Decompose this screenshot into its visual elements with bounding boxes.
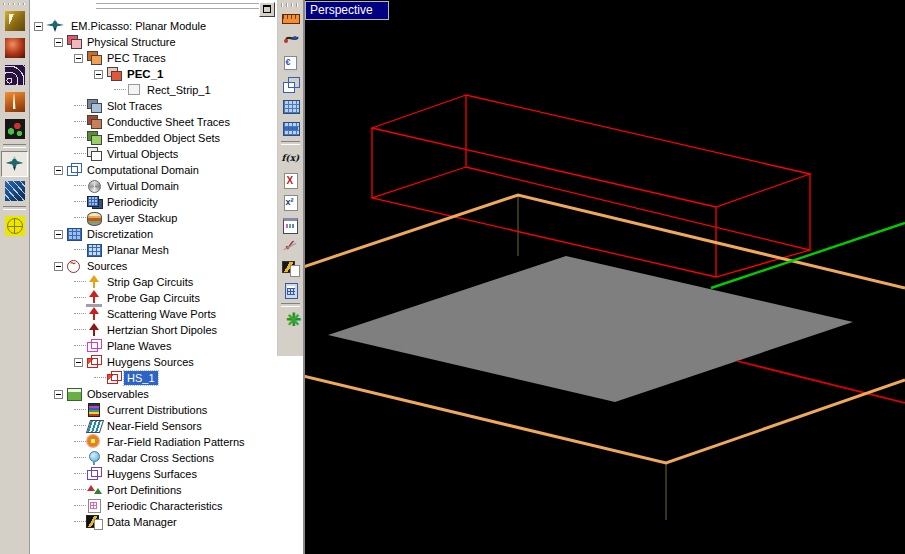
tree-item-label: Virtual Domain <box>104 179 182 193</box>
module-gold-icon <box>5 11 25 31</box>
mesh-settings-button[interactable] <box>279 118 302 139</box>
tree-item-port-definitions[interactable]: Port Definitions <box>32 482 276 498</box>
module-molecules-button[interactable] <box>1 116 28 142</box>
module-orange-antenna-button[interactable] <box>1 89 28 115</box>
module-gold-button[interactable] <box>1 8 28 34</box>
toolbar-separator <box>3 206 26 210</box>
tree-item-domain[interactable]: Computational Domain <box>32 162 276 178</box>
tree-item-label: Far-Field Radiation Patterns <box>104 435 248 449</box>
tree-item-embedded-objects[interactable]: Embedded Object Sets <box>32 130 276 146</box>
tree-item-label: PEC Traces <box>104 51 169 65</box>
tree-item-discretization[interactable]: Discretization <box>32 226 276 242</box>
expander-minus-icon[interactable] <box>54 262 63 271</box>
frequency-button[interactable] <box>279 30 302 51</box>
tree-maximize-button[interactable] <box>259 2 275 17</box>
tree-item-sources[interactable]: Sources <box>32 258 276 274</box>
tree-item-label: Probe Gap Circuits <box>104 291 203 305</box>
project-tree: EM.Picasso: Planar ModulePhysical Struct… <box>32 18 276 552</box>
tree-connector <box>74 201 86 203</box>
tree-item-far-field[interactable]: Far-Field Radiation Patterns <box>32 434 276 450</box>
toolbar-separator <box>281 141 300 145</box>
tree-item-wave-ports[interactable]: Scattering Wave Ports <box>32 306 276 322</box>
output-window-button[interactable] <box>279 214 302 235</box>
module-toolbar <box>0 0 30 554</box>
tree-item-conductive-traces[interactable]: Conductive Sheet Traces <box>32 114 276 130</box>
fx-button[interactable] <box>279 148 302 169</box>
tree-item-strip-gap[interactable]: Strip Gap Circuits <box>32 274 276 290</box>
module-blue-rays-icon <box>5 181 25 201</box>
tree-item-huygens-sources[interactable]: Huygens Sources <box>32 354 276 370</box>
data-manager-icon <box>86 515 102 529</box>
side-toolbar-strip <box>277 0 303 554</box>
expander-minus-icon[interactable] <box>54 390 63 399</box>
tree-item-layer-stackup[interactable]: Layer Stackup <box>32 210 276 226</box>
tree-item-slot-traces[interactable]: Slot Traces <box>32 98 276 114</box>
tree-item-huygens-item[interactable]: HS_1 <box>32 370 276 386</box>
tree-item-periodicity[interactable]: Periodicity <box>32 194 276 210</box>
slot-traces-icon <box>86 99 102 113</box>
module-red-sphere-button[interactable] <box>1 35 28 61</box>
expander-minus-icon[interactable] <box>94 70 103 79</box>
tree-item-rect-strip[interactable]: Rect_Strip_1 <box>32 82 276 98</box>
3d-viewport[interactable]: Perspective <box>303 0 905 554</box>
expander-minus-icon[interactable] <box>54 230 63 239</box>
run-simulation-button[interactable] <box>279 310 302 331</box>
tree-item-probe-gap[interactable]: Probe Gap Circuits <box>32 290 276 306</box>
expander-minus-icon[interactable] <box>34 22 43 31</box>
pec-traces-icon <box>86 51 102 65</box>
tree-item-virtual-domain[interactable]: Virtual Domain <box>32 178 276 194</box>
tree-item-rcs[interactable]: Radar Cross Sections <box>32 450 276 466</box>
tree-item-huygens-surfaces[interactable]: Huygens Surfaces <box>32 466 276 482</box>
module-blue-rays-button[interactable] <box>1 178 28 204</box>
pec-group-icon <box>106 67 122 81</box>
module-yellow-globe-button[interactable] <box>1 213 28 239</box>
tree-item-planar-mesh[interactable]: Planar Mesh <box>32 242 276 258</box>
tree-item-pec-group[interactable]: PEC_1 <box>32 66 276 82</box>
mesh-grid-icon <box>282 98 300 115</box>
tree-item-near-field[interactable]: Near-Field Sensors <box>32 418 276 434</box>
tree-item-pec-traces[interactable]: PEC Traces <box>32 50 276 66</box>
expander-minus-icon[interactable] <box>54 38 63 47</box>
module-red-sphere-icon <box>5 38 25 58</box>
tree-splitter-grip[interactable] <box>96 3 259 11</box>
tree-item-planar-module[interactable]: EM.Picasso: Planar Module <box>32 18 276 34</box>
calculator-button[interactable] <box>279 280 302 301</box>
module-planar-active-button[interactable] <box>1 151 28 177</box>
x-squared-button[interactable] <box>279 192 302 213</box>
tree-item-label: Periodic Characteristics <box>104 499 226 513</box>
tree-connector <box>74 425 86 427</box>
rect-strip-icon <box>126 83 142 97</box>
tree-item-observables[interactable]: Observables <box>32 386 276 402</box>
tree-item-label: Computational Domain <box>84 163 202 177</box>
excel-x-button[interactable] <box>279 170 302 191</box>
tree-item-virtual-objects[interactable]: Virtual Objects <box>32 146 276 162</box>
tree-connector <box>74 521 86 523</box>
toolbar-grip[interactable] <box>3 1 26 7</box>
layer-sheets-button[interactable] <box>279 52 302 73</box>
conductive-traces-icon <box>86 115 102 129</box>
toolbar-grip[interactable] <box>281 1 300 7</box>
expander-minus-icon[interactable] <box>74 54 83 63</box>
expander-minus-icon[interactable] <box>74 358 83 367</box>
periodicity-icon <box>86 195 102 209</box>
domain-box-button[interactable] <box>279 74 302 95</box>
tree-item-current-dist[interactable]: Current Distributions <box>32 402 276 418</box>
tree-item-periodic-char[interactable]: Periodic Characteristics <box>32 498 276 514</box>
planar-module-icon <box>46 19 66 33</box>
tree-item-data-manager[interactable]: Data Manager <box>32 514 276 530</box>
tree-item-dipole[interactable]: Hertzian Short Dipoles <box>32 322 276 338</box>
pec-rect-strip-plate[interactable] <box>328 256 853 402</box>
tree-connector <box>74 137 86 139</box>
expander-minus-icon[interactable] <box>54 166 63 175</box>
tree-item-label: EM.Picasso: Planar Module <box>68 19 209 33</box>
validate-check-button[interactable] <box>279 236 302 257</box>
tree-item-physical-structure[interactable]: Physical Structure <box>32 34 276 50</box>
tree-connector <box>74 121 86 123</box>
tree-connector <box>94 377 106 379</box>
x-squared-icon <box>282 194 300 211</box>
module-purple-waves-button[interactable] <box>1 62 28 88</box>
tree-item-plane-waves[interactable]: Plane Waves <box>32 338 276 354</box>
mesh-grid-button[interactable] <box>279 96 302 117</box>
edit-results-button[interactable] <box>279 258 302 279</box>
tree-connector <box>74 345 86 347</box>
